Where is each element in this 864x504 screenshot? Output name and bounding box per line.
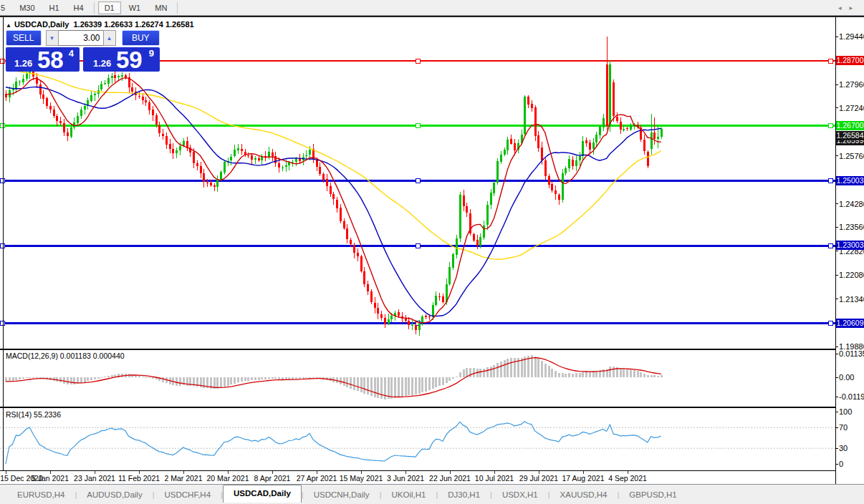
price-tick-label: 1.25760 xyxy=(839,152,864,160)
price-level-badge: 1.26700 xyxy=(836,121,864,130)
volume-input[interactable] xyxy=(59,30,103,46)
tab-usdchf-h4[interactable]: USDCHF,H4 xyxy=(155,488,221,502)
date-tick-label: 5 Jan 2021 xyxy=(32,474,69,483)
price-level-badge: 1.25003 xyxy=(836,176,864,185)
sell-button[interactable]: SELL xyxy=(6,30,42,46)
macd-tick-label: 0.00 xyxy=(839,373,854,382)
rsi-tick-mark xyxy=(835,412,838,412)
price-level-badge: 1.20609 xyxy=(836,319,864,328)
buy-button[interactable]: BUY xyxy=(122,30,160,46)
tab-scroll-left-icon[interactable]: ◄ xyxy=(837,5,848,11)
chevron-up-icon: ▲ xyxy=(107,35,112,42)
chart-tab-bar: EURUSD,H4|AUDUSD,Daily|USDCHF,H4|USDCAD,… xyxy=(0,485,864,504)
macd-tick-mark xyxy=(835,377,838,378)
price-tick-mark xyxy=(835,203,838,204)
buy-price-pips: 59 xyxy=(116,48,143,72)
tab-audusd-daily[interactable]: AUDUSD,Daily xyxy=(77,488,152,502)
price-tick-mark xyxy=(835,37,838,37)
macd-tick-mark xyxy=(835,397,838,397)
rsi-tick-label: 0 xyxy=(839,460,843,468)
macd-tick-mark xyxy=(835,354,838,354)
sell-price-base: 1.26 xyxy=(14,58,32,69)
timeframe-button-5[interactable]: 5 xyxy=(0,1,11,14)
tab-dj30-h1[interactable]: DJ30,H1 xyxy=(438,488,490,502)
timeframe-toolbar: 5M30H1H4D1W1MN xyxy=(0,0,864,16)
date-tick-label: 17 Aug 2021 xyxy=(562,474,605,483)
price-tick-mark xyxy=(835,155,838,156)
date-tick-label: 23 Jan 2021 xyxy=(74,474,115,483)
buy-price-point: 9 xyxy=(149,48,154,59)
macd-tick-label: 0.01135 xyxy=(839,349,864,358)
timeframe-button-h4[interactable]: H4 xyxy=(67,1,90,14)
price-level-badge: 1.26584 xyxy=(836,131,864,140)
sell-price-pips: 58 xyxy=(37,48,64,72)
rsi-tick-mark xyxy=(835,464,838,465)
price-tick-label: 1.21340 xyxy=(839,295,864,304)
date-tick-label: 20 Mar 2021 xyxy=(207,474,249,483)
price-tick-label: 1.22080 xyxy=(839,271,864,279)
sell-price-point: 4 xyxy=(69,48,74,59)
volume-decrease-button[interactable]: ▼ xyxy=(46,30,59,46)
rsi-label: RSI(14) 55.2336 xyxy=(6,410,61,419)
rsi-tick-label: 70 xyxy=(839,423,848,432)
price-tick-label: 1.24280 xyxy=(839,200,864,208)
date-tick-label: 11 Feb 2021 xyxy=(118,474,160,483)
chevron-down-icon: ▼ xyxy=(49,35,55,42)
price-tick-mark xyxy=(835,299,838,299)
date-tick-label: 3 Jun 2021 xyxy=(387,474,424,483)
buy-price-base: 1.26 xyxy=(93,58,111,69)
price-tick-mark xyxy=(835,84,838,85)
rsi-tick-label: 100 xyxy=(839,407,852,416)
macd-pane[interactable] xyxy=(0,350,835,407)
price-tick-label: 1.27240 xyxy=(839,104,864,112)
one-click-trading-panel: SELL ▼ ▲ BUY 1.26 58 4 1.26 59 9 xyxy=(6,30,160,72)
candles-layer xyxy=(5,37,663,336)
date-axis[interactable]: 15 Dec 20205 Jan 202123 Jan 202111 Feb 2… xyxy=(0,471,835,484)
rsi-tick-mark xyxy=(835,448,838,449)
volume-increase-button[interactable]: ▲ xyxy=(103,30,116,46)
tab-eurusd-h4[interactable]: EURUSD,H4 xyxy=(7,488,75,502)
macd-tick-label: -0.01190 xyxy=(839,392,864,401)
timeframe-button-w1[interactable]: W1 xyxy=(123,1,148,14)
price-tick-mark xyxy=(835,107,838,108)
price-tick-mark xyxy=(835,346,838,347)
date-tick-label: 29 Jul 2021 xyxy=(519,474,558,483)
price-tick-mark xyxy=(835,275,838,276)
tab-scroll-right-icon[interactable]: ► xyxy=(848,5,860,11)
timeframe-button-d1[interactable]: D1 xyxy=(98,1,121,14)
chart-left-border xyxy=(3,17,4,470)
date-tick-label: 27 Apr 2021 xyxy=(297,474,337,483)
timeframe-button-m30[interactable]: M30 xyxy=(13,1,41,14)
rsi-tick-label: 30 xyxy=(839,444,848,452)
toolbar-separator xyxy=(177,2,178,14)
date-tick-label: 22 Jun 2021 xyxy=(429,474,471,483)
timeframe-button-h1[interactable]: H1 xyxy=(43,1,66,14)
tab-usdcnh-daily[interactable]: USDCNH,Daily xyxy=(304,488,380,502)
sell-price-display[interactable]: 1.26 58 4 xyxy=(6,47,80,72)
price-tick-label: 1.29440 xyxy=(839,32,864,41)
price-level-badge: 1.28700 xyxy=(836,56,864,65)
tab-ukoil-h1[interactable]: UKOil,H1 xyxy=(381,488,436,502)
buy-price-display[interactable]: 1.26 59 9 xyxy=(83,47,160,72)
rsi-pane[interactable] xyxy=(0,408,835,470)
date-tick-label: 2 Mar 2021 xyxy=(164,474,202,483)
tab-usdx-h1[interactable]: USDX,H1 xyxy=(492,488,548,502)
tab-usdcad-daily[interactable]: USDCAD,Daily xyxy=(223,485,302,503)
date-tick-label: 15 May 2021 xyxy=(340,474,383,483)
macd-histogram xyxy=(5,355,663,399)
macd-label: MACD(12,26,9) 0.001183 0.000440 xyxy=(6,352,125,360)
timeframe-button-mn[interactable]: MN xyxy=(148,1,173,14)
price-tick-mark xyxy=(835,251,838,251)
price-tick-label: 1.23560 xyxy=(839,223,864,231)
price-tick-label: 1.27960 xyxy=(839,80,864,89)
toolbar-separator xyxy=(94,2,95,14)
price-tick-mark xyxy=(835,227,838,228)
price-level-badge: 1.23003 xyxy=(836,241,864,250)
mt4-chart-window: 5M30H1H4D1W1MN ▲USDCAD,Daily 1.26339 1.2… xyxy=(0,0,864,504)
rsi-tick-mark xyxy=(835,427,838,428)
date-tick-label: 10 Jul 2021 xyxy=(475,474,514,483)
date-tick-label: 8 Apr 2021 xyxy=(254,474,291,483)
tab-xauusd-h4[interactable]: XAUUSD,H4 xyxy=(550,488,618,502)
tab-gbpusd-h1[interactable]: GBPUSD,H1 xyxy=(619,488,686,502)
volume-stepper: ▼ ▲ xyxy=(46,30,116,46)
